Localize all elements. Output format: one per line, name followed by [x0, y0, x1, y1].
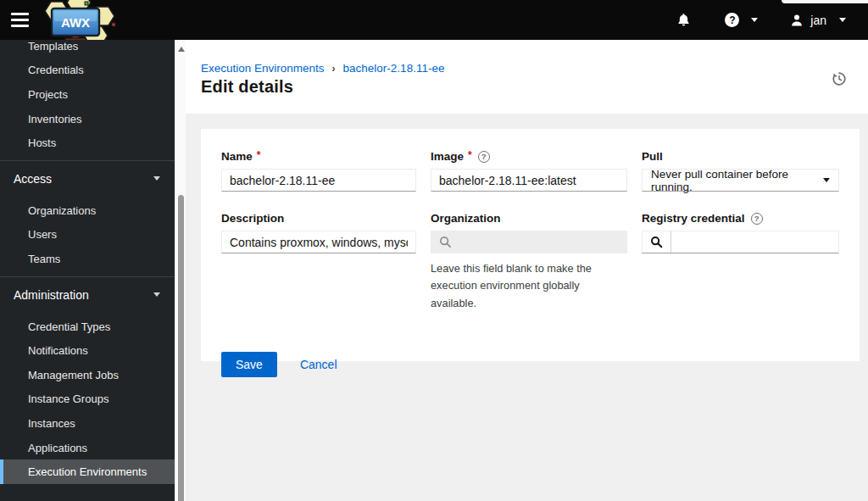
breadcrumb-separator-icon: › — [332, 63, 336, 75]
image-help-icon[interactable]: ? — [478, 151, 490, 163]
sidebar-group-administration[interactable]: Administration — [0, 277, 175, 313]
description-label-text: Description — [221, 212, 284, 225]
sidebar-item-applications[interactable]: Applications — [0, 436, 175, 460]
user-caret-down-icon — [839, 18, 846, 22]
help-question-glyph: ? — [729, 14, 735, 26]
user-menu[interactable]: jan — [790, 14, 846, 27]
awx-logo-text: AWX — [61, 15, 90, 30]
history-icon[interactable] — [832, 71, 847, 86]
sidebar-group-access[interactable]: Access — [0, 161, 175, 197]
sidebar-item-label: Instance Groups — [28, 392, 108, 405]
form-actions: Save Cancel — [221, 352, 839, 377]
sidebar-scrollbar[interactable] — [175, 40, 186, 501]
organization-helper-text: Leave this field blank to make the execu… — [431, 260, 620, 312]
help-question-icon: ? — [725, 13, 739, 27]
field-image: Image * ? — [431, 150, 627, 192]
page-title: Edit details — [201, 77, 293, 97]
sidebar-item-label: Hosts — [28, 136, 56, 149]
sidebar-item-label: Templates — [28, 40, 78, 53]
sidebar-group-label: Access — [14, 172, 52, 186]
main-content: Execution Environments › bachelor-2.18.1… — [186, 40, 868, 501]
name-label: Name * — [221, 150, 416, 163]
pull-selected-option: Never pull container before running. — [651, 168, 818, 193]
organization-label-text: Organization — [431, 212, 501, 225]
scrollbar-up-arrow-icon[interactable] — [178, 47, 185, 52]
save-button[interactable]: Save — [221, 352, 277, 377]
help-caret-down-icon — [751, 18, 758, 22]
awx-logo[interactable]: AWX — [41, 0, 117, 40]
sidebar-item-hosts[interactable]: Hosts — [0, 131, 175, 155]
sidebar-item-inventories[interactable]: Inventories — [0, 107, 175, 131]
name-input[interactable] — [221, 169, 416, 192]
help-glyph: ? — [481, 152, 487, 161]
user-icon — [790, 14, 804, 27]
sidebar-item-organizations[interactable]: Organizations — [0, 198, 175, 223]
sidebar-item-projects[interactable]: Projects — [0, 82, 175, 107]
edit-details-form: Name * Image * ? Pull Ne — [221, 150, 839, 312]
sidebar-item-templates[interactable]: Templates — [0, 40, 175, 58]
image-input[interactable] — [431, 169, 627, 192]
sidebar-item-instance-groups[interactable]: Instance Groups — [0, 387, 175, 412]
organization-input[interactable] — [452, 236, 619, 249]
sidebar-item-label: Instances — [28, 417, 75, 430]
notifications-bell-icon[interactable] — [676, 13, 691, 27]
sidebar-item-users[interactable]: Users — [0, 223, 175, 248]
organization-label: Organization — [431, 212, 627, 225]
help-menu[interactable]: ? — [725, 13, 758, 27]
sidebar-group-administration-items: Credential Types Notifications Managemen… — [0, 313, 175, 484]
edit-details-card: Name * Image * ? Pull Ne — [201, 129, 860, 361]
pull-label: Pull — [642, 150, 839, 163]
breadcrumb-link-execution-environments[interactable]: Execution Environments — [201, 62, 325, 75]
pull-label-text: Pull — [642, 150, 663, 163]
required-asterisk: * — [468, 149, 472, 161]
registry-credential-search-button[interactable] — [643, 231, 671, 253]
registry-credential-input[interactable] — [671, 231, 838, 253]
registry-credential-label-text: Registry credential — [642, 212, 745, 225]
field-organization: Organization Leave this field blank to m… — [431, 212, 627, 312]
chevron-down-icon — [153, 176, 160, 181]
field-name: Name * — [221, 150, 416, 192]
field-description: Description — [221, 212, 416, 312]
sidebar-item-label: Notifications — [28, 344, 88, 357]
organization-lookup[interactable] — [431, 231, 627, 253]
registry-credential-label: Registry credential ? — [642, 212, 839, 225]
description-input[interactable] — [221, 231, 416, 253]
sidebar-item-label: Organizations — [28, 204, 96, 217]
sidebar-item-execution-environments[interactable]: Execution Environments — [0, 459, 175, 484]
masthead-actions: ? jan — [676, 0, 846, 40]
sidebar-item-label: Management Jobs — [28, 369, 119, 381]
sidebar-item-credential-types[interactable]: Credential Types — [0, 315, 175, 339]
sidebar-item-management-jobs[interactable]: Management Jobs — [0, 363, 175, 387]
nav-toggle-hamburger-icon[interactable] — [0, 0, 39, 40]
awx-logo-graphic: AWX — [41, 0, 119, 40]
pull-select[interactable]: Never pull container before running. — [642, 169, 839, 192]
sidebar-item-label: Users — [28, 228, 57, 241]
sidebar-nav-list: Templates Credentials Projects Inventori… — [0, 40, 175, 484]
scrollbar-thumb[interactable] — [178, 195, 184, 501]
field-registry-credential: Registry credential ? — [642, 212, 839, 312]
search-icon — [439, 236, 452, 248]
user-name-label: jan — [810, 14, 826, 27]
breadcrumb: Execution Environments › bachelor-2.18.1… — [201, 62, 444, 75]
sidebar-item-credentials[interactable]: Credentials — [0, 58, 175, 83]
registry-credential-help-icon[interactable]: ? — [751, 213, 763, 225]
sidebar-item-label: Projects — [28, 88, 68, 101]
breadcrumb-link-current-ee[interactable]: bachelor-2.18.11-ee — [343, 62, 445, 75]
select-caret-down-icon — [823, 178, 830, 182]
sidebar-nav: Templates Credentials Projects Inventori… — [0, 40, 175, 501]
required-asterisk: * — [257, 149, 261, 161]
sidebar-item-notifications[interactable]: Notifications — [0, 338, 175, 363]
sidebar-group-access-items: Organizations Users Teams — [0, 197, 175, 271]
sidebar-item-teams[interactable]: Teams — [0, 247, 175, 271]
sidebar-item-instances[interactable]: Instances — [0, 411, 175, 436]
cancel-button[interactable]: Cancel — [300, 358, 337, 371]
browser-overlay-sliver — [782, 0, 868, 3]
image-label-text: Image — [431, 150, 464, 163]
sidebar-item-label: Execution Environments — [28, 465, 147, 478]
sidebar-group-label: Administration — [14, 288, 89, 302]
sidebar-item-label: Teams — [28, 253, 60, 265]
sidebar-item-label: Applications — [28, 442, 87, 454]
registry-credential-lookup — [642, 231, 839, 253]
name-label-text: Name — [221, 150, 253, 163]
chevron-down-icon — [153, 292, 160, 297]
